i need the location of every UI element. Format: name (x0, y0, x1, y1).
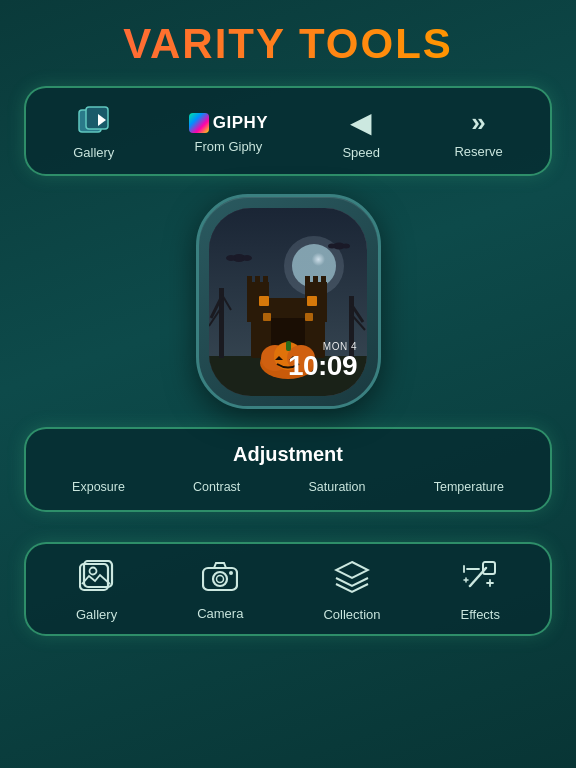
gallery-icon (78, 106, 110, 139)
tool-speed[interactable]: ◀ Speed (342, 106, 380, 160)
gallery-label: Gallery (73, 145, 114, 160)
speed-icon: ◀ (350, 106, 372, 139)
bottom-camera-label: Camera (197, 606, 243, 621)
svg-point-37 (242, 255, 252, 261)
svg-rect-25 (307, 296, 317, 306)
svg-rect-21 (313, 276, 318, 285)
svg-rect-27 (305, 313, 313, 321)
svg-rect-24 (259, 296, 269, 306)
tools-card: Gallery GIPHY From Giphy ◀ Speed » Reser… (24, 86, 552, 176)
tool-giphy[interactable]: GIPHY From Giphy (189, 113, 268, 154)
giphy-icon: GIPHY (189, 113, 268, 133)
svg-point-40 (342, 243, 350, 248)
watch-screen: 🦇 🦇 🦇 (209, 208, 367, 396)
svg-rect-1 (86, 107, 108, 129)
bottom-camera-icon (202, 561, 238, 598)
svg-marker-48 (336, 562, 368, 578)
page-title: VARITY TOOLS (123, 20, 453, 68)
watch-time-area: MON 4 10:09 (288, 341, 357, 380)
svg-rect-17 (247, 276, 252, 285)
svg-rect-26 (263, 313, 271, 321)
adj-temperature[interactable]: Temperature (434, 480, 504, 494)
svg-point-47 (229, 571, 233, 575)
bottom-effects-label: Effects (460, 607, 500, 622)
svg-rect-19 (263, 276, 268, 285)
adj-contrast[interactable]: Contrast (193, 480, 240, 494)
bottom-camera[interactable]: Camera (197, 561, 243, 621)
bottom-gallery-label: Gallery (76, 607, 117, 622)
svg-point-45 (213, 572, 227, 586)
bottom-collection-icon (334, 560, 370, 599)
bottom-effects[interactable]: Effects (460, 560, 500, 622)
adjustment-card: Adjustment Exposure Contrast Saturation … (24, 427, 552, 512)
bottom-collection-label: Collection (323, 607, 380, 622)
adj-saturation[interactable]: Saturation (309, 480, 366, 494)
giphy-label: From Giphy (194, 139, 262, 154)
watch-container: 🦇 🦇 🦇 (196, 194, 381, 409)
svg-point-46 (217, 576, 224, 583)
reserve-icon: » (471, 107, 485, 138)
tool-gallery[interactable]: Gallery (73, 106, 114, 160)
bottom-gallery-icon (79, 560, 115, 599)
adjustment-items: Exposure Contrast Saturation Temperature (38, 480, 538, 494)
tool-reserve[interactable]: » Reserve (454, 107, 502, 159)
adjustment-title: Adjustment (38, 443, 538, 466)
svg-rect-22 (321, 276, 326, 285)
bottom-effects-icon (462, 560, 498, 599)
bottom-gallery[interactable]: Gallery (76, 560, 117, 622)
bottom-card: Gallery Camera Collection (24, 542, 552, 636)
bottom-collection[interactable]: Collection (323, 560, 380, 622)
watch-outer: 🦇 🦇 🦇 (196, 194, 381, 409)
svg-rect-18 (255, 276, 260, 285)
svg-point-43 (89, 568, 96, 575)
speed-label: Speed (342, 145, 380, 160)
watch-time: 10:09 (288, 352, 357, 380)
svg-rect-20 (305, 276, 310, 285)
svg-point-39 (328, 243, 336, 248)
adj-exposure[interactable]: Exposure (72, 480, 125, 494)
reserve-label: Reserve (454, 144, 502, 159)
svg-point-36 (226, 255, 236, 261)
